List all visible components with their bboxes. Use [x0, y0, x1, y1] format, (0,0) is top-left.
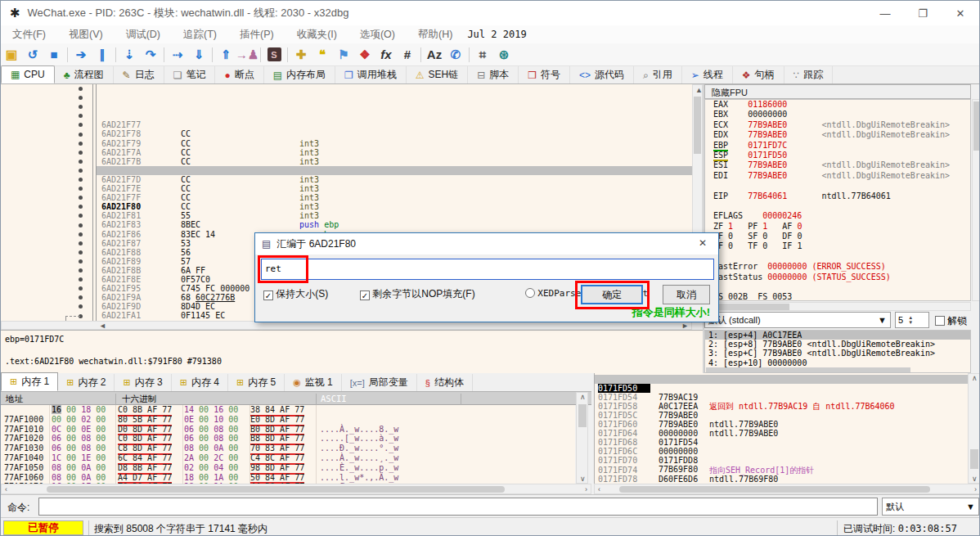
- registers-hscrollbar[interactable]: [704, 302, 971, 311]
- register-line[interactable]: EDI 77B9ABE0 <ntdll.DbgUiRemoteBreakin>: [705, 171, 970, 181]
- breakpoint-dot[interactable]: [79, 105, 83, 109]
- breakpoint-dot[interactable]: [79, 96, 83, 100]
- disasm-row[interactable]: 6AD21F7D CC int3: [1, 139, 692, 148]
- unlock-checkbox[interactable]: 解锁: [935, 314, 967, 328]
- bottom-tab-结构体[interactable]: §结构体: [417, 374, 473, 391]
- dump-row[interactable]: 77AF101000 00 02 0080 5B AF 770E 00 10 0…: [1, 415, 575, 425]
- bottom-tab-内存 4[interactable]: ⊞内存 4: [172, 374, 228, 391]
- favourites-icon[interactable]: ⊛: [493, 45, 515, 65]
- register-line[interactable]: GS 002B FS 0053: [705, 292, 970, 301]
- disasm-row[interactable]: 6AD21F78 CC int3: [1, 93, 692, 102]
- tab-源代码[interactable]: <>源代码: [570, 66, 634, 83]
- step-out-icon[interactable]: ⇑: [215, 45, 236, 65]
- breakpoint-dot[interactable]: [79, 133, 83, 137]
- breakpoint-dot[interactable]: [79, 241, 83, 245]
- run-trace-icon[interactable]: ⇢: [167, 45, 188, 65]
- dump-header-ascii[interactable]: ASCII: [321, 394, 347, 403]
- tab-线程[interactable]: ➢线程: [682, 66, 733, 83]
- open-file-icon[interactable]: ▣: [1, 45, 22, 65]
- assemble-instruction-input[interactable]: ret: [261, 259, 714, 280]
- argument-row[interactable]: 2: [esp+8] 77B9ABE0 <ntdll.DbgUiRemoteBr…: [705, 340, 970, 349]
- menu-item[interactable]: 帮助(H): [407, 28, 464, 42]
- bottom-tab-内存 1[interactable]: ⊞内存 1: [1, 372, 58, 391]
- disasm-row[interactable]: 6AD21F7B CC int3: [1, 120, 692, 129]
- disasm-row[interactable]: 6AD21F7F CC int3: [1, 157, 692, 166]
- cancel-button[interactable]: 取消: [663, 285, 710, 304]
- register-line[interactable]: [705, 201, 970, 211]
- arg-count-spinner[interactable]: 5 ▲▼: [895, 312, 929, 328]
- tab-CPU[interactable]: ▦CPU: [1, 65, 55, 83]
- functions-icon[interactable]: fx: [375, 45, 397, 65]
- breakpoint-dot[interactable]: [79, 160, 83, 164]
- stack-row[interactable]: 0171FD7C 0171FD8C: [595, 475, 968, 484]
- breakpoint-dot[interactable]: [79, 114, 83, 118]
- scylla-icon[interactable]: S: [263, 45, 285, 65]
- tab-流程图[interactable]: ♣流程图: [55, 66, 114, 83]
- hide-fpu-button[interactable]: 隐藏FPU: [704, 84, 971, 99]
- dump-row[interactable]: 77AF10501C 00 1E 006C 84 AF 772A 00 2C 0…: [1, 453, 575, 463]
- bottom-tab-监视 1[interactable]: ◉监视 1: [285, 374, 342, 391]
- register-line[interactable]: EIP 77B64061 ntdll.77B64061: [705, 191, 970, 201]
- breakpoint-dot[interactable]: [79, 187, 83, 191]
- register-line[interactable]: ZF 1 PF 1 AF 0: [705, 222, 970, 232]
- close-button[interactable]: ✕: [942, 1, 979, 25]
- breakpoint-dot[interactable]: [79, 214, 83, 218]
- menu-item[interactable]: 追踪(T): [172, 28, 228, 42]
- register-line[interactable]: CF 0 TF 0 IF 1: [705, 241, 970, 251]
- disasm-row[interactable]: 6AD21F7C CC int3: [1, 130, 692, 139]
- breakpoint-dot[interactable]: [79, 87, 83, 91]
- breakpoint-dot[interactable]: [79, 286, 83, 291]
- maximize-button[interactable]: ❐: [904, 1, 942, 25]
- comments-icon[interactable]: ❝: [312, 45, 333, 65]
- breakpoint-dot[interactable]: [79, 304, 83, 309]
- step-over-icon[interactable]: ↷: [140, 45, 161, 65]
- tab-符号[interactable]: ❒符号: [519, 66, 570, 83]
- breakpoint-dot[interactable]: [79, 151, 83, 155]
- menu-item[interactable]: 文件(F): [1, 28, 57, 42]
- trace-coverage-icon[interactable]: #: [397, 45, 418, 65]
- stack-row[interactable]: 0171FD68 00000000: [595, 429, 968, 438]
- tab-笔记[interactable]: ❏笔记: [164, 66, 216, 83]
- disasm-row[interactable]: 6AD21F81 8BEC mov ebp,esp: [1, 175, 692, 184]
- stack-row[interactable]: 0171FD58 77B9ABE0 ntdll.77B9ABE0: [595, 393, 968, 402]
- memory-dump-view[interactable]: 77AF100016 00 18 00C0 8B AF 7714 00 16 0…: [1, 405, 575, 484]
- calculator-icon[interactable]: ⌗: [472, 45, 493, 65]
- disasm-row[interactable]: 6AD21F87 56 push esi: [1, 202, 692, 211]
- execute-till-return-icon[interactable]: ⇓: [188, 45, 209, 65]
- registers-view[interactable]: EAX 01186000EBX 00000000ECX 77B9ABE0 <nt…: [704, 99, 971, 301]
- bookmarks-icon[interactable]: ❖: [354, 45, 375, 65]
- stack-row[interactable]: 0171FD70 77B69F80 ntdll.77B69F80: [595, 447, 968, 456]
- bottom-tab-内存 3[interactable]: ⊞内存 3: [115, 374, 171, 391]
- breakpoint-dot[interactable]: [79, 277, 83, 282]
- dump-vscrollbar[interactable]: ∧ ∨: [576, 392, 588, 484]
- register-line[interactable]: EBX 00000000: [705, 110, 970, 119]
- breakpoint-dot[interactable]: [79, 295, 83, 300]
- bottom-tab-内存 2[interactable]: ⊞内存 2: [58, 374, 115, 391]
- run-to-user-code-icon[interactable]: →♟: [236, 45, 258, 65]
- stack-view[interactable]: 0171FD50 77B9AC19 返回到 ntdll.77B9AC19 自 n…: [594, 373, 968, 484]
- dump-row[interactable]: 77AF104006 00 08 00C8 8D AF 7708 00 0A 0…: [1, 444, 575, 453]
- breakpoint-dot[interactable]: [79, 268, 83, 273]
- tab-句柄[interactable]: ❖句柄: [733, 66, 784, 83]
- register-line[interactable]: [705, 282, 970, 292]
- argument-row[interactable]: 1: [esp+4] A0C17EEA: [705, 331, 970, 340]
- dump-row[interactable]: 77AF103006 00 08 00C0 8D AF 7706 00 08 0…: [1, 434, 575, 444]
- step-into-icon[interactable]: ⇣: [119, 45, 140, 65]
- stack-hscrollbar[interactable]: ‹ ›: [594, 484, 980, 494]
- stack-row[interactable]: 0171FD60 00000000: [595, 411, 968, 420]
- dump-row[interactable]: 77AF106008 00 0A 00D8 8B AF 7702 00 04 0…: [1, 463, 575, 473]
- labels-icon[interactable]: ⚑: [333, 45, 354, 65]
- argument-row[interactable]: 3: [esp+C] 77B9ABE0 <ntdll.DbgUiRemoteBr…: [705, 349, 970, 358]
- disasm-row[interactable]: 6AD21F83 83EC 14 sub esp,14: [1, 184, 692, 193]
- stack-row[interactable]: 0171FD78 00000000: [595, 466, 968, 475]
- command-input[interactable]: [38, 498, 878, 516]
- breakpoint-dot[interactable]: [79, 250, 83, 254]
- disasm-row[interactable]: 6AD21F80 55 push ebp: [1, 166, 692, 175]
- breakpoint-dot[interactable]: [79, 259, 83, 263]
- stack-row[interactable]: 0171FD5C 77B9ABE0 ntdll.77B9ABE0: [595, 402, 968, 411]
- stack-row[interactable]: 0171FD74 D60FE6D6: [595, 457, 968, 466]
- tab-脚本[interactable]: ⊟脚本: [468, 66, 519, 83]
- register-line[interactable]: EFLAGS 00000246: [705, 211, 970, 221]
- register-line[interactable]: EDX 77B9ABE0 <ntdll.DbgUiRemoteBreakin>: [705, 130, 970, 140]
- menu-item[interactable]: 选项(O): [348, 28, 407, 42]
